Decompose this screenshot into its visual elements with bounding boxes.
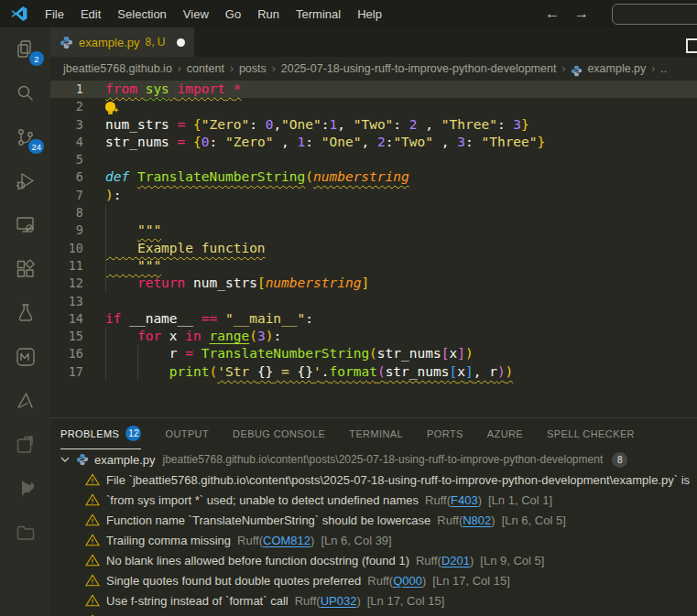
panel-tab-ports[interactable]: PORTS	[427, 418, 463, 449]
problem-message: Trailing comma missing	[106, 534, 231, 547]
menu-help[interactable]: Help	[349, 4, 390, 25]
code-content: from sys import *	[105, 81, 241, 98]
code-line[interactable]: 15 for x in range(3):	[50, 328, 697, 345]
code-token: =	[185, 346, 193, 361]
problem-rule-link[interactable]: COM812	[263, 534, 310, 547]
remote-repositories-icon	[15, 434, 37, 456]
panel-tab-spell-checker[interactable]: SPELL CHECKER	[547, 418, 635, 449]
activity-extensions[interactable]	[0, 247, 50, 291]
code-content: """	[105, 222, 161, 239]
activity-source-control[interactable]: 24	[0, 115, 50, 159]
code-line[interactable]: 3num_strs = {"Zero": 0,"One":1, "Two": 2…	[50, 116, 697, 134]
problem-row[interactable]: `from sys import *` used; unable to dete…	[50, 490, 697, 510]
code-token	[217, 311, 225, 326]
problem-rule-link[interactable]: Q000	[393, 574, 422, 588]
problem-rule-link[interactable]: N802	[463, 513, 491, 527]
tab-bar: example.py 8, U	[50, 27, 697, 57]
activity-markdown-extension[interactable]	[0, 335, 50, 379]
breadcrumb-item[interactable]: posts	[239, 62, 267, 75]
panel-tab-output[interactable]: OUTPUT	[165, 418, 209, 449]
code-line[interactable]: 2	[50, 98, 697, 115]
nav-back-icon[interactable]: ←	[545, 5, 560, 22]
problem-rule-link[interactable]: F403	[451, 493, 478, 507]
problem-row[interactable]: File `jbeattie5768.github.io\content\pos…	[50, 470, 697, 490]
panel-tab-azure[interactable]: AZURE	[487, 418, 523, 449]
problem-rule-link[interactable]: UP032	[321, 594, 357, 608]
activity-project-folder[interactable]	[0, 511, 50, 555]
problem-rule-link[interactable]: D201	[441, 554, 470, 567]
problem-row[interactable]: No blank lines allowed before function d…	[50, 550, 697, 570]
code-token: :	[305, 311, 313, 326]
breadcrumb-item[interactable]: 2025-07-18-using-ruff-to-improve-python-…	[281, 62, 557, 75]
menu-file[interactable]: File	[37, 4, 72, 25]
problem-source-name: Ruff(	[237, 534, 263, 547]
menu-edit[interactable]: Edit	[72, 4, 109, 25]
line-number: 7	[50, 187, 83, 204]
code-editor[interactable]: 1from sys import *23num_strs = {"Zero": …	[50, 81, 697, 417]
problem-row[interactable]: Use f-string instead of `format` callRuf…	[50, 590, 697, 611]
code-token: .	[321, 364, 330, 379]
lightbulb-icon[interactable]	[105, 102, 115, 112]
code-line[interactable]: 1from sys import *	[50, 81, 697, 98]
panel-tab-problems[interactable]: PROBLEMS12	[60, 418, 141, 449]
problem-row[interactable]: No newline at end of fileRuff(W292)[Ln 1…	[50, 611, 697, 616]
command-center-search[interactable]	[612, 4, 697, 25]
menu-run[interactable]: Run	[249, 4, 288, 25]
code-line[interactable]: 10 Example function	[50, 240, 697, 257]
code-line[interactable]: 17 print('Str {} = {}'.format(str_nums[x…	[50, 363, 697, 381]
menu-terminal[interactable]: Terminal	[288, 4, 349, 25]
code-content: r = TranslateNumberString(str_nums[x])	[105, 345, 474, 362]
code-token: ,	[273, 135, 297, 149]
code-line[interactable]: 7):	[50, 187, 697, 204]
group-file-name: example.py	[94, 453, 155, 467]
menu-view[interactable]: View	[175, 4, 217, 25]
activity-search[interactable]	[0, 71, 50, 115]
dirty-indicator-icon[interactable]	[177, 38, 185, 47]
problem-message: No blank lines allowed before function d…	[106, 554, 409, 567]
activity-run-debug[interactable]	[0, 159, 50, 203]
group-problem-count: 8	[612, 452, 627, 468]
activity-explorer[interactable]: 2	[0, 27, 50, 71]
code-line[interactable]: 11 """	[50, 257, 697, 275]
menu-go[interactable]: Go	[217, 4, 249, 25]
panel-tab-terminal[interactable]: TERMINAL	[349, 418, 403, 449]
code-line[interactable]: 8	[50, 204, 697, 222]
code-line[interactable]: 4str_nums = {0: "Zero" , 1: "One", 2:"Tw…	[50, 134, 697, 151]
panel-tab-debug-console[interactable]: DEBUG CONSOLE	[233, 418, 325, 449]
breadcrumb-item[interactable]: example.py	[587, 62, 646, 75]
tab-example-py[interactable]: example.py 8, U	[50, 27, 194, 57]
code-token: )	[465, 346, 474, 361]
activity-remote-repositories[interactable]	[0, 423, 50, 467]
code-line[interactable]: 14if __name__ == "__main__":	[50, 310, 697, 328]
code-line[interactable]: 5	[50, 151, 697, 168]
code-token: print	[169, 364, 210, 379]
breadcrumb-item[interactable]: content	[187, 62, 224, 75]
warning-icon	[85, 472, 100, 487]
code-token: :	[273, 329, 281, 343]
menu-selection[interactable]: Selection	[109, 4, 174, 25]
activity-azure[interactable]	[0, 379, 50, 423]
problem-row[interactable]: Function name `TranslateNumberString` sh…	[50, 510, 697, 530]
breadcrumb-separator-icon: ›	[272, 62, 276, 75]
breadcrumb-item[interactable]: ..	[660, 62, 667, 75]
problem-row[interactable]: Single quotes found but double quotes pr…	[50, 570, 697, 590]
problems-file-group[interactable]: example.py jbeattie5768.github.io\conten…	[50, 449, 697, 470]
problem-source-close: )	[470, 554, 474, 567]
code-line[interactable]: 12 return num_strs[numberstring]	[50, 275, 697, 292]
activity-remote-explorer[interactable]	[0, 203, 50, 247]
activity-testing[interactable]	[0, 291, 50, 335]
problem-row[interactable]: Trailing comma missingRuff(COM812)[Ln 6,…	[50, 530, 697, 550]
warning-icon	[85, 492, 100, 507]
code-token: range	[210, 329, 250, 343]
activity-pylance-extension[interactable]	[0, 467, 50, 511]
code-line[interactable]: 16 r = TranslateNumberString(str_nums[x]…	[50, 345, 697, 362]
code-line[interactable]: 9 """	[50, 222, 697, 239]
menu-bar: FileEditSelectionViewGoRunTerminalHelp	[37, 4, 390, 25]
breadcrumb-item[interactable]: jbeattie5768.github.io	[63, 62, 172, 75]
code-line[interactable]: 13	[50, 293, 697, 310]
editor-action-icon[interactable]	[686, 38, 697, 53]
code-content: Example function	[105, 240, 266, 257]
code-line[interactable]: 6def TranslateNumberString(numberstring	[50, 168, 697, 186]
nav-forward-icon[interactable]: →	[574, 5, 589, 22]
code-token: :	[210, 135, 225, 149]
